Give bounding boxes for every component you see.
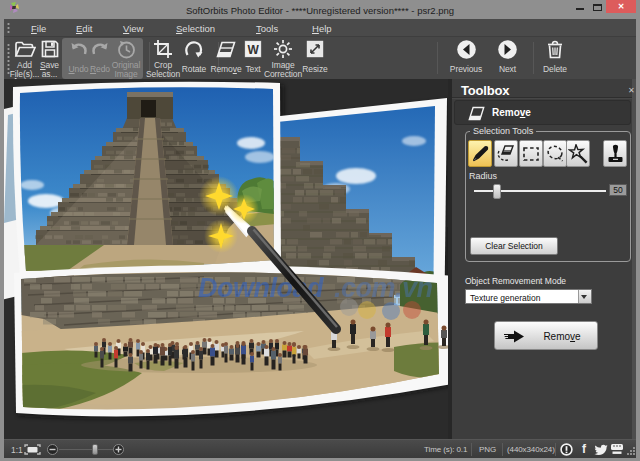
svg-text:W: W	[247, 43, 259, 57]
